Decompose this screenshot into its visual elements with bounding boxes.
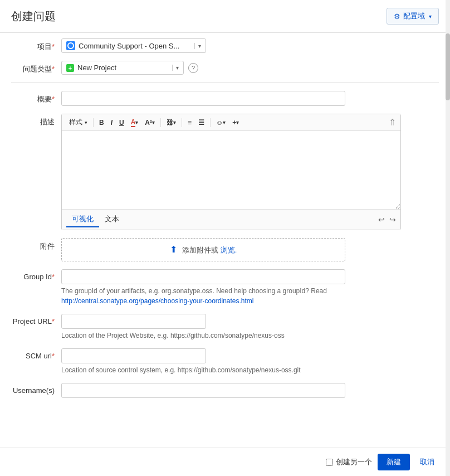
font-size-button[interactable]: A² ▾	[142, 118, 158, 128]
toolbar-separator	[93, 118, 94, 127]
required-marker: *	[52, 273, 55, 281]
chevron-down-icon: ▾	[429, 13, 432, 20]
project-icon	[66, 41, 75, 50]
create-another-checkbox[interactable]	[326, 459, 333, 466]
attachment-dropzone[interactable]: ⬆ 添加附件或 浏览.	[61, 238, 345, 261]
redo-button[interactable]: ↪	[389, 215, 396, 224]
attachment-text: 添加附件或	[182, 246, 218, 254]
collapse-button[interactable]: ⇑	[389, 117, 396, 128]
project-url-label: Project URL*	[11, 314, 61, 326]
project-select-text: Community Support - Open S...	[79, 42, 191, 50]
gear-icon: ⚙	[394, 12, 400, 21]
issue-type-select[interactable]: + New Project ▾	[61, 61, 184, 75]
issue-type-field: + New Project ▾ ?	[61, 61, 439, 75]
required-marker: *	[52, 65, 55, 73]
scm-url-hint: Location of source control system, e.g. …	[61, 365, 345, 375]
emoji-button[interactable]: ☺ ▾	[213, 118, 228, 128]
form-divider	[11, 82, 439, 83]
attachment-label: 附件	[11, 238, 61, 251]
project-url-input[interactable]	[61, 314, 206, 329]
summary-field	[61, 91, 439, 106]
description-editor-body[interactable]	[62, 131, 400, 209]
link-button[interactable]: ⛓ ▾	[164, 118, 179, 128]
editor-toolbar: 样式 ▾ B I U A ▾ A² ▾	[62, 114, 400, 131]
link-icon: ⛓	[167, 119, 173, 127]
description-row: 描述 样式 ▾ B I U A ▾	[11, 114, 439, 230]
project-select[interactable]: Community Support - Open S... ▾	[61, 38, 206, 53]
description-label: 描述	[11, 114, 61, 127]
more-chevron: ▾	[236, 120, 239, 125]
attachment-row: 附件 ⬆ 添加附件或 浏览.	[11, 238, 439, 261]
usernames-row: Username(s)	[11, 383, 439, 398]
page-header: 创建问题 ⚙ 配置域 ▾	[0, 0, 450, 33]
attachment-field: ⬆ 添加附件或 浏览.	[61, 238, 439, 261]
scm-url-row: SCM url* Location of source control syst…	[11, 348, 439, 375]
scm-url-input[interactable]	[61, 348, 206, 363]
group-id-row: Group Id* The groupId of your artifacts,…	[11, 269, 439, 306]
project-url-field: Location of the Project Website, e.g. ht…	[61, 314, 439, 341]
config-button-label: 配置域	[403, 11, 425, 21]
scm-url-label: SCM url*	[11, 348, 61, 360]
scrollbar[interactable]	[446, 0, 450, 476]
style-label: 样式	[69, 118, 82, 127]
browse-link[interactable]: 浏览.	[221, 246, 237, 254]
usernames-label: Username(s)	[11, 383, 61, 395]
link-chevron: ▾	[173, 120, 176, 125]
issue-type-row: 问题类型* + New Project ▾ ?	[11, 61, 439, 75]
style-dropdown-button[interactable]: 样式 ▾	[66, 116, 90, 128]
required-marker: *	[52, 352, 55, 360]
font-size-label: A²	[145, 119, 152, 127]
emoji-icon: ☺	[216, 119, 223, 127]
toolbar-separator-2	[160, 118, 161, 127]
issue-type-dropdown-arrow: ▾	[172, 65, 179, 71]
submit-button[interactable]: 新建	[378, 454, 410, 470]
project-row: 项目* Community Support - Open S... ▾	[11, 38, 439, 53]
description-field: 样式 ▾ B I U A ▾ A² ▾	[61, 114, 439, 230]
description-editor: 样式 ▾ B I U A ▾ A² ▾	[61, 114, 401, 230]
tab-visual[interactable]: 可视化	[66, 212, 99, 227]
bullet-list-button[interactable]: ≡	[185, 118, 194, 128]
issue-type-label: 问题类型*	[11, 61, 61, 74]
create-another-label[interactable]: 创建另一个	[326, 457, 372, 467]
required-marker: *	[52, 95, 55, 103]
tab-text[interactable]: 文本	[99, 212, 125, 227]
summary-input[interactable]	[61, 91, 345, 106]
new-project-icon: +	[66, 64, 74, 72]
editor-footer: 可视化 文本 ↩ ↪	[62, 209, 400, 230]
create-issue-form: 项目* Community Support - Open S... ▾ 问题类型…	[0, 33, 450, 450]
underline-button[interactable]: U	[116, 118, 127, 128]
font-size-chevron: ▾	[152, 120, 155, 125]
font-color-button[interactable]: A ▾	[128, 117, 141, 128]
cancel-button[interactable]: 取消	[415, 454, 439, 470]
upload-icon: ⬆	[170, 245, 177, 254]
issue-type-controls: + New Project ▾ ?	[61, 61, 439, 75]
project-label: 项目*	[11, 38, 61, 52]
group-id-input[interactable]	[61, 269, 345, 284]
number-list-icon: ☰	[198, 119, 204, 127]
number-list-button[interactable]: ☰	[195, 118, 207, 128]
bullet-list-icon: ≡	[188, 119, 192, 127]
page-title: 创建问题	[11, 9, 56, 24]
bold-button[interactable]: B	[96, 118, 107, 128]
scm-url-field: Location of source control system, e.g. …	[61, 348, 439, 375]
editor-tabs: 可视化 文本	[66, 212, 125, 227]
project-field: Community Support - Open S... ▾	[61, 38, 439, 53]
toolbar-separator-4	[210, 118, 211, 127]
usernames-input[interactable]	[61, 383, 345, 398]
scroll-thumb[interactable]	[446, 33, 450, 100]
italic-button[interactable]: I	[108, 118, 115, 128]
undo-button[interactable]: ↩	[378, 215, 385, 224]
group-id-hint: The groupId of your artifacts, e.g. org.…	[61, 286, 345, 306]
config-domain-button[interactable]: ⚙ 配置域 ▾	[387, 8, 439, 25]
font-color-chevron: ▾	[135, 120, 138, 125]
more-button[interactable]: + ▾	[229, 118, 242, 128]
group-id-label: Group Id*	[11, 269, 61, 281]
undo-redo-controls: ↩ ↪	[378, 215, 396, 224]
summary-label: 概要*	[11, 91, 61, 104]
required-marker: *	[52, 42, 55, 51]
required-marker: *	[52, 317, 55, 326]
usernames-field	[61, 383, 439, 398]
toolbar-separator-3	[182, 118, 182, 127]
help-icon[interactable]: ?	[188, 63, 198, 73]
style-chevron: ▾	[85, 120, 87, 125]
